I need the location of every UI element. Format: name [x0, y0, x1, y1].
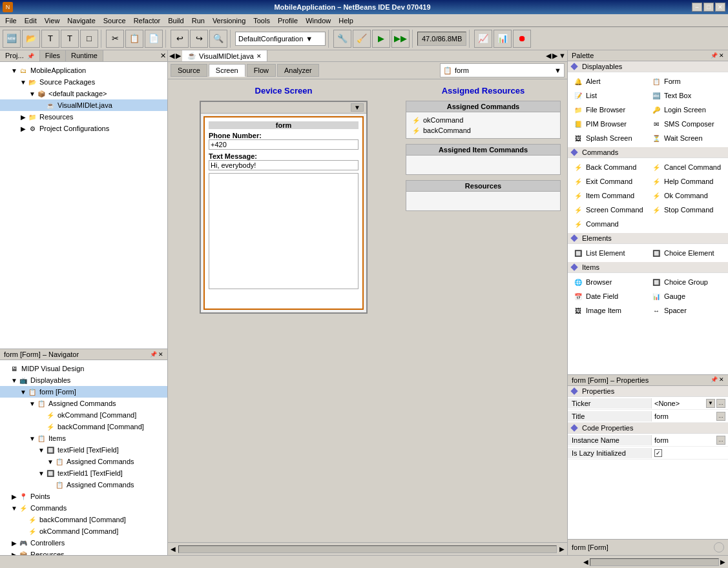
- palette-pin[interactable]: 📌: [711, 52, 718, 59]
- tab-visual-midlet[interactable]: ☕ VisualMIDlet.java ✕: [182, 50, 267, 61]
- toolbar-t1[interactable]: T: [41, 30, 59, 48]
- toolbar-open-btn[interactable]: 📂: [22, 30, 40, 48]
- toggle[interactable]: ▼: [37, 447, 45, 454]
- nav-item-back-cmd[interactable]: ⚡ backCommand [Command]: [0, 421, 167, 432]
- props-close[interactable]: ✕: [719, 376, 724, 384]
- palette-item-wait-screen[interactable]: ⏳ Wait Screen: [649, 132, 725, 145]
- toolbar-redo[interactable]: ↪: [190, 30, 208, 48]
- palette-item-back-cmd[interactable]: ⚡ Back Command: [570, 161, 647, 174]
- nav-item-back-cmd2[interactable]: ⚡ backCommand [Command]: [0, 514, 167, 525]
- tab-source[interactable]: Source: [171, 64, 207, 77]
- palette-item-gauge[interactable]: 📊 Gauge: [649, 290, 725, 303]
- toggle-icon[interactable]: ▶: [19, 114, 27, 121]
- palette-item-choice-group[interactable]: 🔲 Choice Group: [649, 276, 725, 289]
- scroll-right-btn[interactable]: ▶: [559, 545, 565, 553]
- palette-item-date-field[interactable]: 📅 Date Field: [570, 290, 647, 303]
- menu-source[interactable]: Source: [99, 15, 130, 26]
- nav-item-ok-cmd2[interactable]: ⚡ okCommand [Command]: [0, 525, 167, 537]
- back-command-item[interactable]: ⚡ backCommand: [409, 125, 557, 136]
- phone-input[interactable]: [209, 139, 359, 150]
- tab-screen[interactable]: Screen: [209, 64, 245, 77]
- title-edit-btn[interactable]: …: [716, 412, 725, 421]
- palette-item-login-screen[interactable]: 🔑 Login Screen: [649, 103, 725, 116]
- resources-header[interactable]: Resources: [406, 180, 561, 192]
- displayables-section-header[interactable]: Displayables: [568, 61, 728, 72]
- palette-item-file-browser[interactable]: 📁 File Browser: [570, 103, 647, 116]
- scroll-left-btn[interactable]: ◀: [171, 545, 176, 553]
- next-tab-btn[interactable]: ▶: [176, 52, 181, 60]
- close-button[interactable]: ✕: [715, 3, 725, 12]
- palette-item-form[interactable]: 📋 Form: [649, 75, 725, 88]
- nav-item-items[interactable]: ▼ 📋 Items: [0, 432, 167, 444]
- palette-item-exit-cmd[interactable]: ⚡ Exit Command: [570, 175, 647, 188]
- config-dropdown[interactable]: DefaultConfiguration ▼: [235, 32, 326, 46]
- toolbar-debug[interactable]: ▶▶: [391, 30, 410, 48]
- toggle-icon[interactable]: ▶: [19, 125, 27, 132]
- tab-close-icon[interactable]: ✕: [256, 53, 262, 59]
- toolbar-stop[interactable]: ⏺: [513, 30, 531, 48]
- tab-runtime[interactable]: Runtime: [66, 50, 103, 61]
- menu-edit[interactable]: Edit: [21, 15, 41, 26]
- nav-item-form[interactable]: ▼ 📋 form [Form]: [0, 386, 167, 398]
- text-input[interactable]: [209, 160, 359, 170]
- items-section-header[interactable]: Items: [568, 262, 728, 273]
- nav-close[interactable]: ✕: [158, 351, 163, 358]
- palette-close[interactable]: ✕: [719, 52, 724, 59]
- menu-view[interactable]: View: [41, 15, 64, 26]
- palette-item-sms-composer[interactable]: ✉ SMS Composer: [649, 117, 725, 130]
- tree-item-visual-midlet[interactable]: ☕ VisualMIDlet.java: [0, 99, 167, 111]
- tab-menu-btn[interactable]: ▼: [559, 52, 566, 60]
- tab-nav-left[interactable]: ◀: [546, 52, 551, 60]
- menu-profile[interactable]: Profile: [274, 15, 302, 26]
- toggle[interactable]: ▼: [37, 470, 45, 477]
- toggle[interactable]: ▶: [10, 493, 18, 500]
- palette-item-browser[interactable]: 🌐 Browser: [570, 276, 647, 289]
- toggle[interactable]: ▼: [19, 389, 27, 396]
- toolbar-cut[interactable]: ✂: [106, 30, 124, 48]
- tree-item-proj-config[interactable]: ▶ ⚙ Project Configurations: [0, 123, 167, 134]
- toggle[interactable]: ▼: [10, 377, 18, 384]
- tree-item-source-packages[interactable]: ▼ 📂 Source Packages: [0, 76, 167, 88]
- assigned-commands-header[interactable]: Assigned Commands: [406, 101, 561, 112]
- palette-item-item-cmd[interactable]: ⚡ Item Command: [570, 189, 647, 202]
- palette-item-list-element[interactable]: 🔲 List Element: [570, 247, 647, 259]
- toggle-icon[interactable]: ▼: [10, 67, 18, 74]
- menu-file[interactable]: File: [1, 15, 21, 26]
- palette-item-cancel-cmd[interactable]: ⚡ Cancel Command: [649, 161, 725, 174]
- palette-item-textbox[interactable]: 🔤 Text Box: [649, 89, 725, 102]
- toggle-icon[interactable]: ▼: [19, 79, 27, 86]
- tree-item-resources[interactable]: ▶ 📁 Resources: [0, 111, 167, 123]
- prev-tab-btn[interactable]: ◀: [169, 52, 174, 60]
- statusbar-scroll-track[interactable]: [590, 558, 719, 566]
- toolbar-box[interactable]: □: [80, 30, 98, 48]
- nav-item-controllers[interactable]: ▶ 🎮 Controllers: [0, 537, 167, 549]
- assigned-item-commands-header[interactable]: Assigned Item Commands: [406, 144, 561, 156]
- toolbar-telemetry[interactable]: 📊: [494, 30, 512, 48]
- nav-item-assigned-cmds1[interactable]: ▼ 📋 Assigned Commands: [0, 398, 167, 409]
- nav-item-ok-cmd[interactable]: ⚡ okCommand [Command]: [0, 409, 167, 421]
- toolbar-paste[interactable]: 📄: [145, 30, 163, 48]
- ticker-dropdown-btn[interactable]: ▼: [706, 399, 715, 408]
- toggle[interactable]: ▼: [47, 458, 54, 465]
- menu-refactor[interactable]: Refactor: [130, 15, 165, 26]
- nav-item-points[interactable]: ▶ 📍 Points: [0, 491, 167, 502]
- form-path-dropdown[interactable]: ▼: [554, 66, 561, 74]
- panel-close-btn[interactable]: ✕: [159, 50, 167, 61]
- elements-section-header[interactable]: Elements: [568, 233, 728, 244]
- menu-versioning[interactable]: Versioning: [209, 15, 249, 26]
- props-section-code[interactable]: Code Properties: [568, 423, 728, 434]
- toggle[interactable]: ▼: [28, 435, 36, 442]
- toolbar-wrench[interactable]: 🔧: [333, 30, 351, 48]
- nav-item-resources2[interactable]: ▶ 📦 Resources: [0, 549, 167, 555]
- toggle[interactable]: ▼: [28, 400, 36, 407]
- tab-flow[interactable]: Flow: [247, 64, 276, 77]
- tab-projects[interactable]: Proj... 📌: [0, 50, 40, 61]
- toolbar-find[interactable]: 🔍: [209, 30, 227, 48]
- nav-item-commands[interactable]: ▼ ⚡ Commands: [0, 502, 167, 514]
- scroll-track[interactable]: [178, 545, 557, 553]
- nav-item-displayables[interactable]: ▼ 📺 Displayables: [0, 374, 167, 386]
- props-section-properties[interactable]: Properties: [568, 386, 728, 397]
- lazy-checkbox[interactable]: ✓: [654, 449, 662, 457]
- toolbar-profiler[interactable]: 📈: [474, 30, 492, 48]
- minimize-button[interactable]: –: [692, 3, 702, 12]
